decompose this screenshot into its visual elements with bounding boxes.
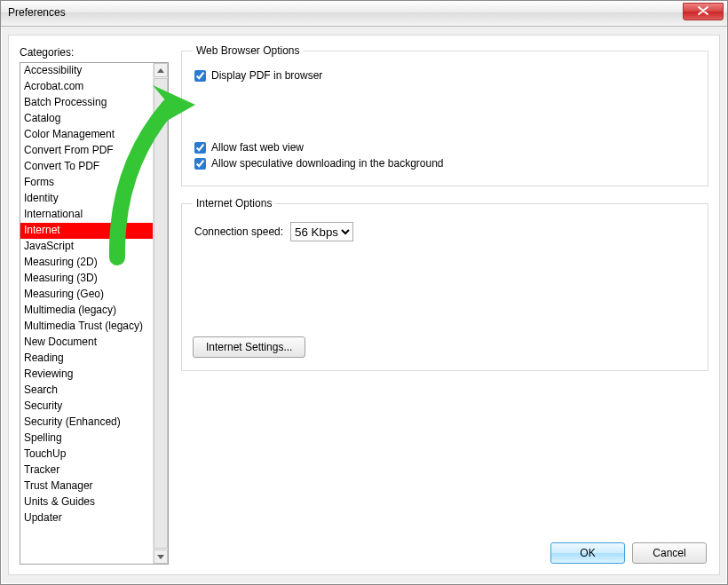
category-item[interactable]: Multimedia Trust (legacy) bbox=[20, 319, 154, 335]
category-item[interactable]: Reviewing bbox=[20, 367, 154, 383]
connection-speed-select[interactable]: 56 Kbps bbox=[290, 222, 353, 241]
category-item[interactable]: Security bbox=[20, 399, 154, 415]
cancel-button[interactable]: Cancel bbox=[632, 542, 707, 564]
display-pdf-checkbox[interactable] bbox=[194, 70, 206, 82]
category-item[interactable]: Tracker bbox=[20, 462, 154, 478]
window-title: Preferences bbox=[8, 6, 66, 19]
scroll-up-button[interactable] bbox=[154, 63, 168, 77]
category-item[interactable]: Multimedia (legacy) bbox=[20, 303, 154, 319]
ok-button[interactable]: OK bbox=[550, 542, 625, 564]
scrollbar[interactable] bbox=[153, 63, 168, 564]
close-icon bbox=[698, 6, 708, 15]
category-item[interactable]: TouchUp bbox=[20, 447, 154, 462]
titlebar: Preferences bbox=[1, 1, 727, 27]
internet-options-group: Internet Options Connection speed: 56 Kb… bbox=[181, 197, 708, 371]
category-item[interactable]: Acrobat.com bbox=[20, 79, 154, 95]
category-item[interactable]: Convert From PDF bbox=[20, 143, 154, 159]
group-legend: Internet Options bbox=[193, 197, 275, 209]
internet-settings-button[interactable]: Internet Settings... bbox=[193, 336, 305, 358]
category-item[interactable]: Measuring (3D) bbox=[20, 271, 154, 287]
category-item[interactable]: Forms bbox=[20, 175, 154, 191]
category-item[interactable]: Color Management bbox=[20, 127, 154, 143]
category-item[interactable]: Measuring (Geo) bbox=[20, 287, 154, 303]
connection-speed-label: Connection speed: bbox=[194, 225, 283, 238]
category-item[interactable]: Units & Guides bbox=[20, 494, 154, 510]
dialog-buttons: OK Cancel bbox=[550, 542, 707, 564]
category-item[interactable]: Batch Processing bbox=[20, 95, 154, 111]
category-item[interactable]: International bbox=[20, 207, 154, 223]
close-button[interactable] bbox=[683, 3, 724, 20]
web-browser-options-group: Web Browser Options Display PDF in brows… bbox=[181, 44, 708, 186]
preferences-dialog: Preferences Categories: AccessibilityAcr… bbox=[0, 0, 728, 585]
group-legend: Web Browser Options bbox=[193, 44, 304, 57]
settings-panel: Web Browser Options Display PDF in brows… bbox=[181, 44, 708, 382]
category-item[interactable]: Identity bbox=[20, 191, 154, 207]
fast-web-view-checkbox[interactable] bbox=[194, 142, 206, 154]
category-item[interactable]: Accessibility bbox=[20, 63, 154, 79]
speculative-download-label: Allow speculative downloading in the bac… bbox=[211, 157, 444, 170]
category-item[interactable]: Reading bbox=[20, 351, 154, 367]
category-item[interactable]: Updater bbox=[20, 510, 154, 526]
chevron-down-icon bbox=[157, 555, 164, 559]
scroll-down-button[interactable] bbox=[154, 549, 168, 564]
category-item[interactable]: Spelling bbox=[20, 431, 154, 447]
chevron-up-icon bbox=[157, 68, 164, 73]
categories-label: Categories: bbox=[20, 46, 74, 59]
category-item[interactable]: Measuring (2D) bbox=[20, 255, 154, 271]
dialog-content: Categories: AccessibilityAcrobat.comBatc… bbox=[8, 35, 720, 575]
category-item[interactable]: Catalog bbox=[20, 111, 154, 127]
category-item[interactable]: JavaScript bbox=[20, 239, 154, 255]
fast-web-view-label: Allow fast web view bbox=[211, 141, 304, 154]
categories-listbox[interactable]: AccessibilityAcrobat.comBatch Processing… bbox=[20, 62, 169, 565]
category-item[interactable]: New Document bbox=[20, 335, 154, 351]
speculative-download-checkbox[interactable] bbox=[194, 158, 206, 170]
category-item[interactable]: Convert To PDF bbox=[20, 159, 154, 175]
display-pdf-label: Display PDF in browser bbox=[211, 69, 322, 82]
category-item[interactable]: Search bbox=[20, 383, 154, 399]
category-item[interactable]: Trust Manager bbox=[20, 478, 154, 494]
category-item[interactable]: Internet bbox=[20, 223, 154, 239]
scroll-thumb[interactable] bbox=[154, 78, 168, 549]
category-item[interactable]: Security (Enhanced) bbox=[20, 415, 154, 431]
